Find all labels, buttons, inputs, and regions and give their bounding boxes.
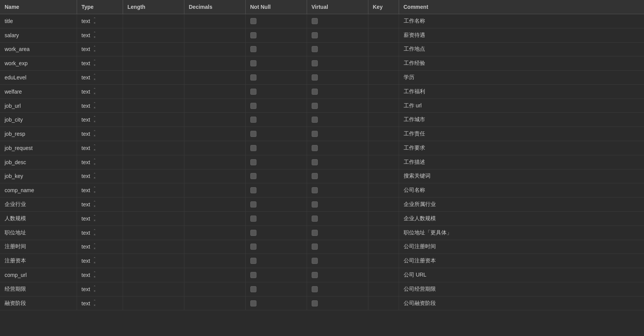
virtual-checkbox[interactable] xyxy=(312,159,318,165)
virtual-checkbox[interactable] xyxy=(312,300,318,306)
cell-decimals xyxy=(184,71,245,85)
virtual-checkbox[interactable] xyxy=(312,286,318,292)
cell-name: 职位地址 xyxy=(0,226,77,240)
cell-comment: 公司注册时间 xyxy=(399,240,644,254)
virtual-checkbox[interactable] xyxy=(312,201,318,208)
virtual-checkbox[interactable] xyxy=(312,117,318,123)
not-null-checkbox[interactable] xyxy=(250,216,256,222)
cell-not-null xyxy=(245,211,307,226)
virtual-checkbox[interactable] xyxy=(312,131,318,137)
cell-not-null xyxy=(245,14,307,28)
cell-length xyxy=(123,28,184,42)
not-null-checkbox[interactable] xyxy=(250,187,256,193)
cell-decimals xyxy=(184,141,245,155)
cell-name: 人数规模 xyxy=(0,211,77,226)
not-null-checkbox[interactable] xyxy=(250,103,256,109)
not-null-checkbox[interactable] xyxy=(250,74,256,81)
virtual-checkbox[interactable] xyxy=(312,173,318,179)
cell-name: 注册资本 xyxy=(0,254,77,268)
virtual-checkbox[interactable] xyxy=(312,272,318,278)
virtual-checkbox[interactable] xyxy=(312,145,318,151)
type-value: text xyxy=(82,216,90,222)
cell-not-null xyxy=(245,71,307,85)
type-sort-arrows[interactable]: ⌃⌅ xyxy=(93,144,96,152)
not-null-checkbox[interactable] xyxy=(250,117,256,123)
not-null-checkbox[interactable] xyxy=(250,286,256,292)
cell-type: text⌃⌅ xyxy=(77,183,123,198)
type-sort-arrows[interactable]: ⌃⌅ xyxy=(93,74,96,81)
virtual-checkbox[interactable] xyxy=(312,32,318,38)
not-null-checkbox[interactable] xyxy=(250,201,256,208)
type-value: text xyxy=(82,187,90,193)
type-sort-arrows[interactable]: ⌃⌅ xyxy=(93,46,96,53)
cell-length xyxy=(123,127,184,141)
not-null-checkbox[interactable] xyxy=(250,272,256,278)
type-sort-arrows[interactable]: ⌃⌅ xyxy=(93,285,96,293)
type-sort-arrows[interactable]: ⌃⌅ xyxy=(93,229,96,237)
type-sort-arrows[interactable]: ⌃⌅ xyxy=(93,201,96,208)
virtual-checkbox[interactable] xyxy=(312,46,318,52)
cell-comment: 工作要求 xyxy=(399,141,644,155)
cell-name: job_resp xyxy=(0,127,77,141)
type-sort-arrows[interactable]: ⌃⌅ xyxy=(93,215,96,222)
type-value: text xyxy=(82,32,90,38)
virtual-checkbox[interactable] xyxy=(312,187,318,193)
table-row: job_desctext⌃⌅工作描述 xyxy=(0,155,644,169)
type-sort-arrows[interactable]: ⌃⌅ xyxy=(93,130,96,138)
virtual-checkbox[interactable] xyxy=(312,18,318,24)
not-null-checkbox[interactable] xyxy=(250,32,256,38)
type-sort-arrows[interactable]: ⌃⌅ xyxy=(93,31,96,39)
virtual-checkbox[interactable] xyxy=(312,216,318,222)
cell-key xyxy=(368,183,399,198)
type-sort-arrows[interactable]: ⌃⌅ xyxy=(93,300,96,307)
type-sort-arrows[interactable]: ⌃⌅ xyxy=(93,17,96,25)
not-null-checkbox[interactable] xyxy=(250,18,256,24)
cell-key xyxy=(368,113,399,127)
cell-length xyxy=(123,282,184,296)
not-null-checkbox[interactable] xyxy=(250,46,256,52)
not-null-checkbox[interactable] xyxy=(250,258,256,264)
table-row: 融资阶段text⌃⌅公司融资阶段 xyxy=(0,296,644,310)
virtual-checkbox[interactable] xyxy=(312,244,318,250)
not-null-checkbox[interactable] xyxy=(250,159,256,165)
not-null-checkbox[interactable] xyxy=(250,173,256,179)
virtual-checkbox[interactable] xyxy=(312,89,318,95)
table-row: job_urltext⌃⌅工作 url xyxy=(0,99,644,113)
type-sort-arrows[interactable]: ⌃⌅ xyxy=(93,243,96,251)
cell-comment: 工作城市 xyxy=(399,113,644,127)
not-null-checkbox[interactable] xyxy=(250,89,256,95)
header-decimals: Decimals xyxy=(184,0,245,14)
table-row: eduLeveltext⌃⌅学历 xyxy=(0,71,644,85)
type-sort-arrows[interactable]: ⌃⌅ xyxy=(93,88,96,96)
type-sort-arrows[interactable]: ⌃⌅ xyxy=(93,116,96,124)
virtual-checkbox[interactable] xyxy=(312,74,318,81)
virtual-checkbox[interactable] xyxy=(312,258,318,264)
not-null-checkbox[interactable] xyxy=(250,230,256,236)
cell-comment: 企业人数规模 xyxy=(399,211,644,226)
type-sort-arrows[interactable]: ⌃⌅ xyxy=(93,173,96,180)
cell-key xyxy=(368,127,399,141)
type-sort-arrows[interactable]: ⌃⌅ xyxy=(93,102,96,110)
not-null-checkbox[interactable] xyxy=(250,145,256,151)
cell-virtual xyxy=(307,226,368,240)
table-row: 注册时间text⌃⌅公司注册时间 xyxy=(0,240,644,254)
type-value: text xyxy=(82,145,90,151)
virtual-checkbox[interactable] xyxy=(312,60,318,66)
type-sort-arrows[interactable]: ⌃⌅ xyxy=(93,271,96,279)
virtual-checkbox[interactable] xyxy=(312,103,318,109)
type-sort-arrows[interactable]: ⌃⌅ xyxy=(93,158,96,166)
type-sort-arrows[interactable]: ⌃⌅ xyxy=(93,59,96,67)
type-sort-arrows[interactable]: ⌃⌅ xyxy=(93,186,96,194)
not-null-checkbox[interactable] xyxy=(250,244,256,250)
not-null-checkbox[interactable] xyxy=(250,131,256,137)
cell-not-null xyxy=(245,226,307,240)
virtual-checkbox[interactable] xyxy=(312,230,318,236)
type-sort-arrows[interactable]: ⌃⌅ xyxy=(93,257,96,265)
table-row: welfaretext⌃⌅工作福利 xyxy=(0,84,644,99)
cell-comment: 工作福利 xyxy=(399,84,644,99)
type-value: text xyxy=(82,230,90,236)
cell-name: job_city xyxy=(0,113,77,127)
not-null-checkbox[interactable] xyxy=(250,60,256,66)
not-null-checkbox[interactable] xyxy=(250,300,256,306)
type-value: text xyxy=(82,131,90,137)
